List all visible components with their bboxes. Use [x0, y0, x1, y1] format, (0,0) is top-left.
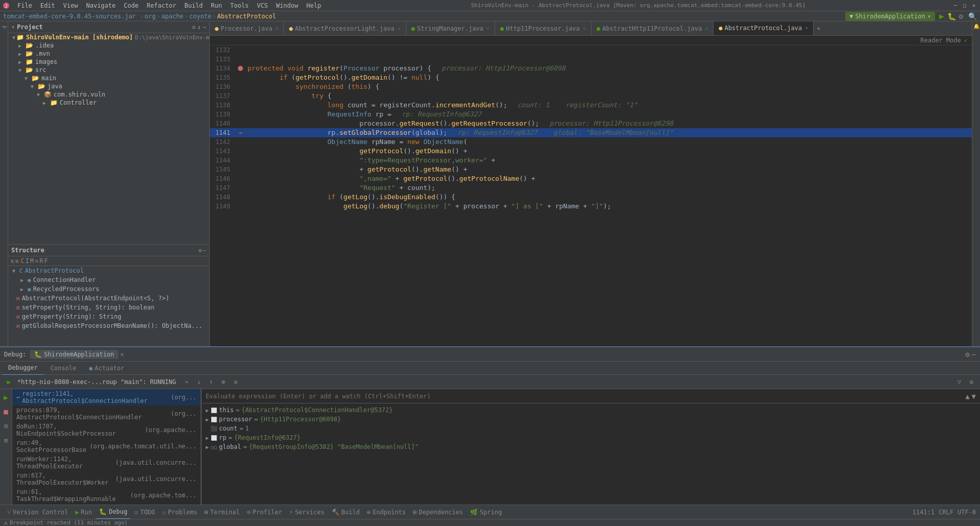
tree-mvn[interactable]: ▶ 📂 .mvn: [8, 50, 209, 58]
struct-getglobal[interactable]: m getGlobalRequestProcessorMBeanName(): …: [8, 321, 209, 330]
structure-class[interactable]: ▼ C AbstractProtocol: [8, 266, 209, 275]
status-item-debug[interactable]: 🐛 Debug: [96, 505, 130, 519]
menu-file[interactable]: File: [13, 0, 36, 11]
status-item-run[interactable]: ▶ Run: [72, 505, 95, 519]
tree-images[interactable]: ▶ 📁 images: [8, 58, 209, 66]
struct-btn-i[interactable]: I: [26, 257, 29, 265]
tab-more-button[interactable]: ▾: [814, 25, 823, 32]
run-to-cursor-button[interactable]: ⊛: [218, 376, 229, 388]
view-side-btn[interactable]: ≡: [0, 434, 12, 446]
step-over-button[interactable]: ↷: [181, 376, 192, 388]
var-rp[interactable]: ▶ ⬜ rp = {RequestInfo@6327}: [204, 433, 978, 442]
close-button[interactable]: ✕: [970, 2, 978, 10]
struct-constructor[interactable]: m AbstractProtocol(AbstractEndpoint<S, ?…: [8, 294, 209, 303]
evaluate-button[interactable]: ≡: [230, 376, 241, 388]
stop-side-btn[interactable]: ■: [0, 405, 12, 418]
status-item-terminal[interactable]: ⊞ Terminal: [202, 505, 243, 519]
frame-item-3[interactable]: run:49, SocketProcessorBase (org.apache.…: [12, 438, 201, 455]
status-item-dependencies[interactable]: ⊞ Dependencies: [410, 505, 466, 519]
tree-src[interactable]: ▼ 📂 src: [8, 66, 209, 74]
tab-abstractprocessorlight[interactable]: ● AbstractProcessorLight.java ✕: [284, 21, 406, 36]
frame-item-6[interactable]: run:61, TaskThread$WrappingRunnable (org…: [12, 487, 201, 504]
settings-debug-btn[interactable]: ⚙: [966, 376, 977, 388]
struct-close-icon[interactable]: −: [203, 247, 206, 254]
breadcrumb-apache[interactable]: apache: [161, 13, 183, 20]
var-count[interactable]: ▶ ⬛ count = 1: [204, 424, 978, 433]
menu-view[interactable]: View: [59, 0, 82, 11]
var-global[interactable]: ▶ ○○ global = {RequestGroupInfo@5382} "B…: [204, 442, 978, 451]
var-this[interactable]: ▶ ⬜ this = {AbstractProtocol$ConnectionH…: [204, 405, 978, 415]
filter-button[interactable]: ▽: [953, 376, 965, 388]
settings-icon[interactable]: ⚙: [959, 12, 963, 20]
search-icon[interactable]: 🔍: [968, 12, 977, 20]
struct-btn-r[interactable]: R: [39, 257, 43, 265]
menu-help[interactable]: Help: [302, 0, 325, 11]
status-item-problems[interactable]: ⚠ Problems: [159, 505, 201, 519]
struct-btn-1[interactable]: ⇅: [10, 257, 14, 265]
menu-build[interactable]: Build: [180, 0, 207, 11]
sidebar-project-icon[interactable]: P: [1, 26, 7, 29]
code-editor[interactable]: 1132 1133 1134 protected void register(P…: [210, 45, 972, 346]
menu-navigate[interactable]: Navigate: [82, 0, 120, 11]
step-into-button[interactable]: ↓: [193, 376, 205, 388]
tree-package[interactable]: ▼ 📦 com.shiro.vuln: [8, 90, 209, 99]
status-item-build[interactable]: 🔨 Build: [329, 505, 363, 519]
tree-java[interactable]: ▼ 📂 java: [8, 82, 209, 90]
menu-vcs[interactable]: VCS: [253, 0, 272, 11]
menu-run[interactable]: Run: [207, 0, 226, 11]
debug-tab-debugger[interactable]: Debugger: [2, 361, 44, 375]
menu-window[interactable]: Window: [272, 0, 302, 11]
struct-connection-handler[interactable]: ▶ ◉ ConnectionHandler: [8, 275, 209, 284]
status-item-spring[interactable]: 🌿 Spring: [467, 505, 505, 519]
frame-item-0[interactable]: ↩ register:1141, AbstractProtocol$Connec…: [12, 389, 201, 405]
tab-abstractprotocol[interactable]: ● AbstractProtocol.java ✕: [714, 21, 814, 36]
eval-expand-icon[interactable]: ▼: [972, 392, 976, 400]
debug-minimize-icon[interactable]: −: [972, 350, 976, 358]
mute-side-btn[interactable]: ⊘: [0, 420, 12, 432]
expand-icon[interactable]: ↕: [198, 24, 201, 31]
eval-input[interactable]: [206, 393, 965, 400]
tree-controller[interactable]: ▶ 📁 Controller: [8, 99, 209, 107]
struct-btn-m[interactable]: M: [30, 257, 34, 265]
struct-getprop[interactable]: m getProperty(String): String: [8, 312, 209, 321]
menu-tools[interactable]: Tools: [226, 0, 253, 11]
breadcrumb-org[interactable]: org: [144, 13, 156, 20]
struct-btn-2[interactable]: ⇅: [15, 257, 18, 265]
status-item-vc[interactable]: ⑂ Version Control: [4, 505, 71, 519]
collapse-icon[interactable]: −: [203, 24, 206, 31]
debug-app-close[interactable]: ✕: [120, 351, 124, 358]
gear-icon[interactable]: ⚙: [192, 24, 195, 31]
status-item-todo[interactable]: ☑ TODO: [131, 505, 158, 519]
debug-run-button[interactable]: 🐛: [947, 12, 956, 20]
status-item-profiler[interactable]: ⊙ Profiler: [244, 505, 285, 519]
resume-button[interactable]: ▶: [3, 376, 14, 388]
menu-refactor[interactable]: Refactor: [142, 0, 180, 11]
var-processor[interactable]: ▶ ⬜ processor = {Http11Processor@6098}: [204, 415, 978, 424]
run-dropdown[interactable]: ▼ ShirodemApplication ▾: [845, 12, 935, 21]
tree-root[interactable]: ▼ 📁 ShiroVulnEnv-main [shirodemo] D:\jav…: [8, 33, 209, 41]
tab-abstracthttp11protocol[interactable]: ● AbstractHttp11Protocol.java ✕: [592, 21, 714, 36]
frame-item-5[interactable]: run:617, ThreadPoolExecutor$Worker (java…: [12, 471, 201, 487]
tab-http11processor[interactable]: ● Http11Processor.java ✕: [495, 21, 592, 36]
menu-edit[interactable]: Edit: [36, 0, 59, 11]
debug-tab-console[interactable]: Console: [44, 361, 83, 375]
struct-btn-f[interactable]: F: [44, 257, 48, 265]
menu-code[interactable]: Code: [120, 0, 143, 11]
frame-item-4[interactable]: runWorker:1142, ThreadPoolExecutor (java…: [12, 455, 201, 471]
struct-btn-c[interactable]: C: [20, 257, 24, 265]
resume-side-btn[interactable]: ▶: [0, 391, 12, 403]
tree-main[interactable]: ▼ 📂 main: [8, 74, 209, 82]
notifications-icon[interactable]: 🔔: [973, 23, 979, 29]
frame-item-2[interactable]: doRun:1707, NioEndpoint$SocketProcessor …: [12, 422, 201, 438]
eval-collapse-icon[interactable]: ▲: [965, 392, 969, 400]
step-out-button[interactable]: ↑: [206, 376, 217, 388]
status-item-endpoints[interactable]: ⊕ Endpoints: [364, 505, 409, 519]
struct-setprop[interactable]: m setProperty(String, String): boolean: [8, 303, 209, 312]
struct-gear-icon[interactable]: ⚙: [199, 247, 202, 254]
maximize-button[interactable]: □: [961, 2, 969, 10]
debug-tab-actuator[interactable]: ◉ Actuator: [83, 361, 131, 375]
minimize-button[interactable]: ─: [951, 2, 960, 10]
tab-processor[interactable]: ● Processor.java ✕: [210, 21, 284, 36]
breadcrumb-class[interactable]: AbstractProtocol: [217, 13, 276, 20]
run-button[interactable]: ▶: [939, 11, 944, 21]
